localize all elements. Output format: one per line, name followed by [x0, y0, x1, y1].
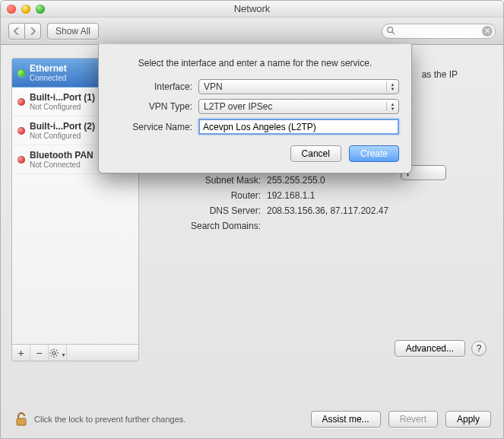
search-input[interactable] — [382, 24, 496, 39]
new-service-sheet: Select the interface and enter a name fo… — [98, 44, 412, 173]
subnet-mask-value: 255.255.255.0 — [267, 175, 325, 186]
lock-area[interactable]: Click the lock to prevent further change… — [13, 411, 185, 428]
search-icon — [386, 26, 395, 35]
add-service-button[interactable]: + — [12, 345, 30, 361]
sheet-message: Select the interface and enter a name fo… — [111, 58, 399, 68]
action-menu-button[interactable]: ▼ — [49, 345, 67, 361]
cancel-button[interactable]: Cancel — [290, 145, 341, 162]
window-title: Network — [1, 3, 503, 14]
vpn-type-select[interactable]: L2TP over IPSec ▲▼ — [198, 99, 399, 114]
svg-line-10 — [56, 350, 57, 351]
status-dot-icon — [17, 98, 25, 106]
clear-search-icon[interactable]: ✕ — [482, 26, 493, 37]
assist-me-button[interactable]: Assist me... — [311, 411, 381, 428]
advanced-button[interactable]: Advanced... — [395, 340, 465, 357]
create-button[interactable]: Create — [349, 145, 399, 162]
zoom-icon[interactable] — [36, 5, 45, 14]
dns-server-label: DNS Server: — [153, 205, 267, 216]
interface-select[interactable]: VPN ▲▼ — [198, 79, 399, 94]
dns-server-value: 208.53.156.36, 87.117.202.47 — [267, 205, 388, 216]
help-button[interactable]: ? — [471, 341, 487, 356]
chevron-right-icon — [30, 27, 36, 35]
search-field-wrap: ✕ — [382, 24, 496, 39]
close-icon[interactable] — [7, 5, 16, 14]
back-button[interactable] — [8, 23, 25, 40]
svg-point-0 — [388, 27, 393, 32]
title-bar: Network — [1, 1, 503, 17]
select-arrows-icon: ▲▼ — [386, 102, 398, 111]
sidebar-footer: + − ▼ — [12, 344, 138, 361]
minimize-icon[interactable] — [21, 5, 30, 14]
svg-line-9 — [51, 355, 52, 356]
gear-icon — [49, 348, 59, 358]
service-name-input[interactable] — [198, 119, 399, 135]
status-dot-icon — [17, 156, 25, 164]
status-text-fragment: as the IP — [422, 69, 458, 80]
forward-button[interactable] — [25, 23, 41, 40]
interface-value: VPN — [199, 81, 386, 92]
svg-point-2 — [52, 352, 55, 355]
svg-line-8 — [56, 355, 57, 356]
router-label: Router: — [153, 190, 267, 201]
search-domains-label: Search Domains: — [153, 221, 267, 231]
interface-label: Interface: — [111, 81, 198, 92]
status-dot-icon — [17, 69, 25, 77]
service-name-label: Service Name: — [111, 122, 198, 132]
vpn-type-label: VPN Type: — [111, 101, 198, 112]
remove-service-button[interactable]: − — [30, 345, 49, 361]
lock-text: Click the lock to prevent further change… — [34, 415, 185, 424]
chevron-left-icon — [14, 27, 20, 35]
lock-icon — [13, 411, 30, 428]
svg-line-7 — [51, 350, 52, 351]
svg-line-1 — [392, 31, 395, 33]
revert-button[interactable]: Revert — [388, 411, 438, 428]
footer: Click the lock to prevent further change… — [1, 403, 503, 438]
status-dot-icon — [17, 127, 25, 135]
network-prefpane-window: Network Show All ✕ — [0, 0, 504, 439]
show-all-button[interactable]: Show All — [47, 23, 99, 40]
subnet-mask-label: Subnet Mask: — [153, 175, 267, 186]
select-arrows-icon: ▲▼ — [386, 82, 398, 91]
svg-rect-11 — [17, 418, 26, 425]
toolbar: Show All ✕ — [1, 17, 503, 45]
nav-segment — [8, 23, 41, 40]
router-value: 192.168.1.1 — [267, 190, 315, 201]
apply-button[interactable]: Apply — [445, 411, 491, 428]
vpn-type-value: L2TP over IPSec — [199, 101, 386, 112]
